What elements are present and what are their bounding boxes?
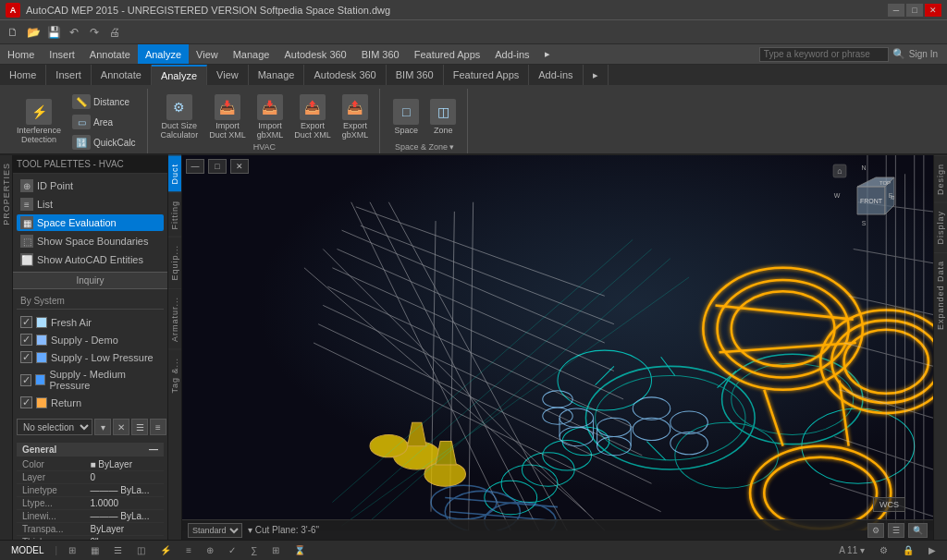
viewport-min-button[interactable]: —	[186, 159, 204, 174]
ortho-button[interactable]: ☰	[108, 541, 128, 560]
annotation-scale-button[interactable]: A 11 ▾	[833, 545, 870, 555]
interference-detection-button[interactable]: ⚡ InterferenceDetection	[13, 97, 65, 147]
import-duct-xml-button[interactable]: 📥 ImportDuct XML	[205, 92, 250, 142]
ribbon-tab-featured[interactable]: Featured Apps	[444, 65, 530, 85]
vtab-equip[interactable]: Equip...	[168, 237, 181, 288]
viewport-style-select[interactable]: Standard	[188, 523, 242, 538]
zone-button[interactable]: ◫ Zone	[426, 97, 460, 138]
id-point-button[interactable]: ⊕ ID Point	[17, 177, 164, 194]
transparency-button[interactable]: ⊞	[266, 541, 285, 560]
vtab-design[interactable]: Design	[934, 155, 947, 202]
vtab-expanded-data[interactable]: Expanded Data	[934, 252, 947, 337]
search-input[interactable]	[759, 47, 889, 62]
export-duct-xml-button[interactable]: 📤 ExportDuct XML	[290, 92, 335, 142]
menu-annotate[interactable]: Annotate	[82, 44, 138, 64]
model-tab[interactable]: MODEL	[6, 541, 50, 560]
menu-view[interactable]: View	[189, 44, 226, 64]
vtab-display[interactable]: Display	[934, 202, 947, 252]
space-evaluation-button[interactable]: ▦ Space Evaluation	[17, 214, 164, 231]
system-item-supply-med[interactable]: ✓ Supply - Medium Pressure	[17, 366, 164, 394]
quickcalc-button[interactable]: 🔢 QuickCalc	[68, 133, 140, 152]
lock-ui-button[interactable]: 🔒	[897, 545, 919, 555]
ribbon-tab-bim360[interactable]: BIM 360	[387, 65, 444, 85]
ribbon-tab-autodesk360[interactable]: Autodesk 360	[304, 65, 386, 85]
polar-button[interactable]: ◫	[131, 541, 151, 560]
ribbon-tab-analyze[interactable]: Analyze	[152, 65, 207, 85]
ribbon-tab-insert[interactable]: Insert	[46, 65, 92, 85]
fresh-air-checkbox[interactable]: ✓	[20, 316, 32, 328]
viewport-max-button[interactable]: □	[208, 159, 227, 174]
navigation-cube[interactable]: ⌂ FRONT TOP R S N E W	[831, 163, 896, 227]
viewport-layers-button[interactable]: ☰	[888, 523, 904, 538]
no-selection-dropdown[interactable]: No selection By Layer	[17, 419, 92, 435]
prop-btn-2[interactable]: ✕	[113, 419, 129, 435]
ribbon-tab-view[interactable]: View	[207, 65, 249, 85]
show-autocad-entities-button[interactable]: ⬜ Show AutoCAD Entities	[17, 251, 164, 268]
snap-snap-button[interactable]: ▦	[85, 541, 105, 560]
list-button[interactable]: ≡ List	[17, 196, 164, 213]
object-snap-button[interactable]: ⚡	[154, 541, 177, 560]
area-button[interactable]: ▭ Area	[68, 113, 140, 131]
distance-button[interactable]: 📏 Distance	[68, 92, 140, 111]
import-gbxml-button[interactable]: 📥 ImportgbXML	[253, 92, 288, 142]
qa-save-button[interactable]: 💾	[44, 23, 63, 42]
menu-addins[interactable]: Add-ins	[487, 44, 536, 64]
menu-featured[interactable]: Featured Apps	[407, 44, 488, 64]
viewport[interactable]: — □ ✕ ⌂ FRONT TOP	[182, 155, 933, 540]
properties-palette-label[interactable]: PROPERTIES	[0, 155, 13, 233]
system-item-supply-low[interactable]: ✓ Supply - Low Pressure	[17, 348, 164, 366]
vtab-tag[interactable]: Tag &...	[168, 349, 181, 401]
menu-more[interactable]: ▸	[537, 44, 558, 64]
snap-grid-button[interactable]: ⊞	[63, 541, 81, 560]
return-checkbox[interactable]: ✓	[20, 396, 32, 408]
prop-btn-4[interactable]: ≡	[150, 419, 166, 435]
vtab-fitting[interactable]: Fitting	[168, 192, 181, 237]
system-item-supply-demo[interactable]: ✓ Supply - Demo	[17, 331, 164, 348]
qa-undo-button[interactable]: ↶	[65, 23, 83, 42]
menu-bim360[interactable]: BIM 360	[354, 44, 407, 64]
menu-manage[interactable]: Manage	[226, 44, 277, 64]
ribbon-tab-more[interactable]: ▸	[584, 65, 609, 85]
vtab-arma[interactable]: Armatur...	[168, 288, 181, 349]
supply-low-checkbox[interactable]: ✓	[20, 351, 32, 363]
lineweight-button[interactable]: ∑	[245, 541, 263, 560]
qa-new-button[interactable]: 🗋	[4, 23, 22, 42]
inquiry-section[interactable]: Inquiry	[13, 272, 167, 289]
dyn-input-button[interactable]: ✓	[223, 541, 241, 560]
object-track-button[interactable]: ≡	[180, 541, 197, 560]
general-category[interactable]: General —	[17, 443, 164, 457]
wcs-indicator[interactable]: WCS	[873, 497, 905, 512]
menu-home[interactable]: Home	[0, 44, 42, 64]
qa-redo-button[interactable]: ↷	[85, 23, 104, 42]
ribbon-tab-home[interactable]: Home	[0, 65, 46, 85]
workspace-switch-button[interactable]: ⚙	[874, 545, 893, 555]
prop-btn-1[interactable]: ▾	[94, 419, 111, 435]
qa-open-button[interactable]: 📂	[24, 23, 43, 42]
minimize-button[interactable]: ─	[888, 4, 904, 17]
export-gbxml-button[interactable]: 📤 ExportgbXML	[338, 92, 373, 142]
sign-in-link[interactable]: Sign In	[909, 49, 938, 59]
maximize-button[interactable]: □	[906, 4, 923, 17]
supply-med-checkbox[interactable]: ✓	[20, 374, 31, 386]
prop-btn-3[interactable]: ☰	[131, 419, 148, 435]
system-item-return[interactable]: ✓ Return	[17, 394, 164, 411]
show-space-boundaries-button[interactable]: ⬚ Show Space Boundaries	[17, 233, 164, 250]
viewport-close-button[interactable]: ✕	[230, 159, 249, 174]
duct-size-calculator-button[interactable]: ⚙ Duct SizeCalculator	[157, 92, 203, 142]
menu-analyze[interactable]: Analyze	[138, 44, 189, 64]
menu-insert[interactable]: Insert	[42, 44, 82, 64]
menu-autodesk360[interactable]: Autodesk 360	[277, 44, 353, 64]
vtab-duct[interactable]: Duct	[168, 155, 181, 192]
qa-print-button[interactable]: 🖨	[105, 23, 124, 42]
quick-props-button[interactable]: ⌛	[289, 541, 311, 560]
ucs-icon-button[interactable]: ⊕	[201, 541, 219, 560]
viewport-zoom-button[interactable]: 🔍	[908, 523, 928, 538]
hardware-accel-button[interactable]: ▶	[923, 545, 941, 555]
ribbon-tab-manage[interactable]: Manage	[249, 65, 305, 85]
ribbon-tab-addins[interactable]: Add-ins	[529, 65, 583, 85]
viewport-settings-button[interactable]: ⚙	[867, 523, 884, 538]
ribbon-tab-annotate[interactable]: Annotate	[92, 65, 152, 85]
system-item-fresh-air[interactable]: ✓ Fresh Air	[17, 313, 164, 331]
close-button[interactable]: ✕	[925, 4, 941, 17]
supply-demo-checkbox[interactable]: ✓	[20, 334, 32, 346]
